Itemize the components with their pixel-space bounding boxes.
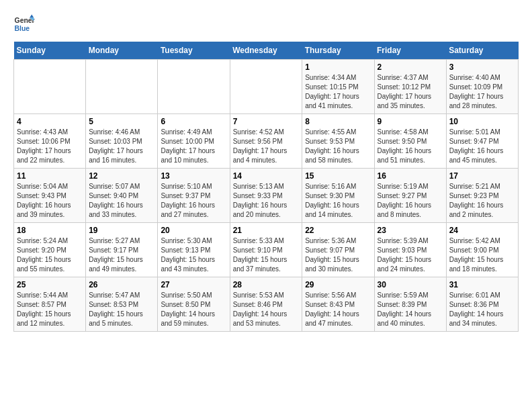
day-info: Sunrise: 5:44 AM Sunset: 8:57 PM Dayligh…: [17, 291, 83, 328]
calendar-cell: 5Sunrise: 4:46 AM Sunset: 10:03 PM Dayli…: [86, 114, 158, 169]
day-number: 19: [89, 226, 154, 235]
calendar-cell: 19Sunrise: 5:27 AM Sunset: 9:17 PM Dayli…: [86, 223, 158, 277]
day-number: 18: [17, 226, 83, 235]
logo: General Blue: [13, 13, 35, 35]
day-header-tuesday: Tuesday: [158, 42, 230, 60]
calendar-cell: 22Sunrise: 5:36 AM Sunset: 9:07 PM Dayli…: [302, 223, 374, 277]
calendar-cell: 21Sunrise: 5:33 AM Sunset: 9:10 PM Dayli…: [230, 223, 302, 277]
week-row-2: 4Sunrise: 4:43 AM Sunset: 10:06 PM Dayli…: [14, 114, 519, 169]
calendar-cell: 31Sunrise: 6:01 AM Sunset: 8:36 PM Dayli…: [446, 277, 518, 332]
day-info: Sunrise: 4:37 AM Sunset: 10:12 PM Daylig…: [378, 73, 443, 111]
svg-text:Blue: Blue: [15, 25, 30, 32]
calendar-cell: 7Sunrise: 4:52 AM Sunset: 9:56 PM Daylig…: [230, 114, 302, 169]
calendar-cell: 28Sunrise: 5:53 AM Sunset: 8:46 PM Dayli…: [230, 277, 302, 332]
calendar-cell: [86, 60, 158, 114]
day-info: Sunrise: 5:19 AM Sunset: 9:27 PM Dayligh…: [378, 182, 443, 220]
calendar-table: SundayMondayTuesdayWednesdayThursdayFrid…: [13, 42, 519, 332]
day-number: 11: [17, 171, 83, 181]
week-row-3: 11Sunrise: 5:04 AM Sunset: 9:43 PM Dayli…: [14, 169, 519, 223]
calendar-cell: 17Sunrise: 5:21 AM Sunset: 9:23 PM Dayli…: [446, 169, 518, 223]
day-number: 24: [449, 226, 515, 235]
calendar-cell: 8Sunrise: 4:55 AM Sunset: 9:53 PM Daylig…: [302, 114, 374, 169]
calendar-cell: 18Sunrise: 5:24 AM Sunset: 9:20 PM Dayli…: [14, 223, 86, 277]
day-info: Sunrise: 6:01 AM Sunset: 8:36 PM Dayligh…: [449, 291, 515, 328]
calendar-cell: 2Sunrise: 4:37 AM Sunset: 10:12 PM Dayli…: [374, 60, 446, 114]
calendar-cell: [230, 60, 302, 114]
week-row-4: 18Sunrise: 5:24 AM Sunset: 9:20 PM Dayli…: [14, 223, 519, 277]
day-info: Sunrise: 5:07 AM Sunset: 9:40 PM Dayligh…: [89, 182, 154, 220]
day-number: 21: [233, 226, 300, 235]
day-info: Sunrise: 4:40 AM Sunset: 10:09 PM Daylig…: [449, 73, 515, 111]
calendar-cell: 13Sunrise: 5:10 AM Sunset: 9:37 PM Dayli…: [158, 169, 230, 223]
day-number: 25: [17, 280, 83, 289]
calendar-cell: 24Sunrise: 5:42 AM Sunset: 9:00 PM Dayli…: [446, 223, 518, 277]
calendar-cell: 20Sunrise: 5:30 AM Sunset: 9:13 PM Dayli…: [158, 223, 230, 277]
day-number: 28: [233, 280, 300, 289]
day-info: Sunrise: 5:56 AM Sunset: 8:43 PM Dayligh…: [305, 291, 371, 328]
calendar-cell: 29Sunrise: 5:56 AM Sunset: 8:43 PM Dayli…: [302, 277, 374, 332]
day-info: Sunrise: 5:42 AM Sunset: 9:00 PM Dayligh…: [449, 236, 515, 274]
day-info: Sunrise: 5:13 AM Sunset: 9:33 PM Dayligh…: [233, 182, 300, 220]
week-row-5: 25Sunrise: 5:44 AM Sunset: 8:57 PM Dayli…: [14, 277, 519, 332]
day-number: 17: [449, 171, 515, 181]
day-info: Sunrise: 4:52 AM Sunset: 9:56 PM Dayligh…: [233, 128, 300, 165]
day-number: 22: [305, 226, 371, 235]
calendar-cell: 26Sunrise: 5:47 AM Sunset: 8:53 PM Dayli…: [86, 277, 158, 332]
day-info: Sunrise: 5:01 AM Sunset: 9:47 PM Dayligh…: [449, 128, 515, 165]
day-number: 15: [305, 171, 371, 181]
day-number: 31: [449, 280, 515, 289]
calendar-cell: 9Sunrise: 4:58 AM Sunset: 9:50 PM Daylig…: [374, 114, 446, 169]
day-info: Sunrise: 4:34 AM Sunset: 10:15 PM Daylig…: [305, 73, 371, 111]
day-number: 12: [89, 171, 154, 181]
day-header-sunday: Sunday: [14, 42, 86, 60]
calendar-cell: [14, 60, 86, 114]
day-number: 6: [161, 117, 226, 126]
calendar-cell: 14Sunrise: 5:13 AM Sunset: 9:33 PM Dayli…: [230, 169, 302, 223]
header-row: SundayMondayTuesdayWednesdayThursdayFrid…: [14, 42, 519, 60]
day-info: Sunrise: 5:16 AM Sunset: 9:30 PM Dayligh…: [305, 182, 371, 220]
header: General Blue: [13, 13, 519, 35]
day-number: 7: [233, 117, 300, 126]
day-number: 26: [89, 280, 154, 289]
week-row-1: 1Sunrise: 4:34 AM Sunset: 10:15 PM Dayli…: [14, 60, 519, 114]
day-info: Sunrise: 5:27 AM Sunset: 9:17 PM Dayligh…: [89, 236, 154, 274]
day-number: 9: [378, 117, 443, 126]
day-header-wednesday: Wednesday: [230, 42, 302, 60]
calendar-cell: 11Sunrise: 5:04 AM Sunset: 9:43 PM Dayli…: [14, 169, 86, 223]
day-info: Sunrise: 5:04 AM Sunset: 9:43 PM Dayligh…: [17, 182, 83, 220]
day-info: Sunrise: 5:53 AM Sunset: 8:46 PM Dayligh…: [233, 291, 300, 328]
day-number: 27: [161, 280, 226, 289]
day-info: Sunrise: 5:24 AM Sunset: 9:20 PM Dayligh…: [17, 236, 83, 274]
day-info: Sunrise: 5:39 AM Sunset: 9:03 PM Dayligh…: [378, 236, 443, 274]
day-info: Sunrise: 4:58 AM Sunset: 9:50 PM Dayligh…: [378, 128, 443, 165]
calendar-cell: 23Sunrise: 5:39 AM Sunset: 9:03 PM Dayli…: [374, 223, 446, 277]
day-number: 16: [378, 171, 443, 181]
calendar-cell: 10Sunrise: 5:01 AM Sunset: 9:47 PM Dayli…: [446, 114, 518, 169]
calendar-cell: [158, 60, 230, 114]
day-number: 30: [378, 280, 443, 289]
day-number: 23: [378, 226, 443, 235]
day-info: Sunrise: 4:55 AM Sunset: 9:53 PM Dayligh…: [305, 128, 371, 165]
day-info: Sunrise: 4:43 AM Sunset: 10:06 PM Daylig…: [17, 128, 83, 165]
day-info: Sunrise: 4:46 AM Sunset: 10:03 PM Daylig…: [89, 128, 154, 165]
day-number: 2: [378, 62, 443, 72]
calendar-cell: 16Sunrise: 5:19 AM Sunset: 9:27 PM Dayli…: [374, 169, 446, 223]
calendar-cell: 4Sunrise: 4:43 AM Sunset: 10:06 PM Dayli…: [14, 114, 86, 169]
day-header-friday: Friday: [374, 42, 446, 60]
day-header-saturday: Saturday: [446, 42, 518, 60]
day-number: 4: [17, 117, 83, 126]
day-header-thursday: Thursday: [302, 42, 374, 60]
day-info: Sunrise: 5:47 AM Sunset: 8:53 PM Dayligh…: [89, 291, 154, 328]
day-info: Sunrise: 5:30 AM Sunset: 9:13 PM Dayligh…: [161, 236, 226, 274]
day-number: 3: [449, 62, 515, 72]
day-number: 13: [161, 171, 226, 181]
calendar-cell: 15Sunrise: 5:16 AM Sunset: 9:30 PM Dayli…: [302, 169, 374, 223]
calendar-cell: 12Sunrise: 5:07 AM Sunset: 9:40 PM Dayli…: [86, 169, 158, 223]
day-info: Sunrise: 5:50 AM Sunset: 8:50 PM Dayligh…: [161, 291, 226, 328]
day-info: Sunrise: 5:33 AM Sunset: 9:10 PM Dayligh…: [233, 236, 300, 274]
calendar-cell: 25Sunrise: 5:44 AM Sunset: 8:57 PM Dayli…: [14, 277, 86, 332]
day-info: Sunrise: 5:10 AM Sunset: 9:37 PM Dayligh…: [161, 182, 226, 220]
day-info: Sunrise: 5:21 AM Sunset: 9:23 PM Dayligh…: [449, 182, 515, 220]
calendar-cell: 1Sunrise: 4:34 AM Sunset: 10:15 PM Dayli…: [302, 60, 374, 114]
svg-marker-2: [30, 15, 34, 18]
